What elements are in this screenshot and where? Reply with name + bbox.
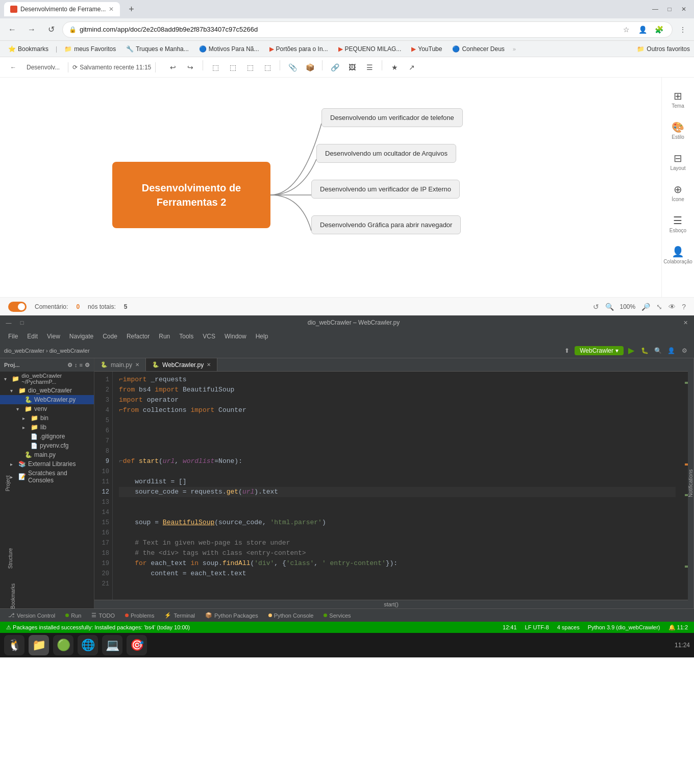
- structure-side-label[interactable]: Structure: [8, 548, 13, 569]
- bm-motivos[interactable]: 🔵 Motivos Para Nã...: [195, 44, 263, 54]
- bm-youtube[interactable]: ▶ YouTube: [407, 44, 446, 54]
- style-tool[interactable]: 🎨 Estilo: [670, 117, 686, 144]
- tab-webcrawler-py[interactable]: 🐍 WebCrawler.py ✕: [146, 358, 217, 371]
- menu-edit[interactable]: Edit: [23, 332, 42, 341]
- tab-main-py[interactable]: 🐍 main.py ✕: [94, 358, 146, 371]
- other-favorites[interactable]: 📁 Outros favoritos: [637, 45, 690, 53]
- mindmap-node-2[interactable]: Desenvolvendo um ocultador de Arquivos: [316, 144, 456, 163]
- zoom-out-icon[interactable]: 🔍: [605, 303, 614, 311]
- tree-gitignore[interactable]: 📄 .gitignore: [0, 432, 94, 441]
- zoom-in-icon[interactable]: 🔎: [641, 303, 650, 311]
- project-side-label[interactable]: Project: [5, 475, 11, 491]
- git-icon[interactable]: ⬆: [561, 345, 573, 356]
- back-button[interactable]: ←: [4, 21, 20, 38]
- notifications-panel[interactable]: Notifications: [688, 358, 694, 608]
- profile-icon-2[interactable]: 👤: [665, 345, 677, 356]
- extensions-icon[interactable]: 🧩: [652, 22, 666, 37]
- breadcrumb-back[interactable]: ←: [6, 62, 20, 73]
- ide-close[interactable]: ✕: [681, 318, 690, 327]
- taskbar-penguin[interactable]: 🐧: [4, 635, 24, 655]
- mindmap-center-node[interactable]: Desenvolvimento de Ferramentas 2: [112, 162, 270, 228]
- bm-truques[interactable]: 🔧 Truques e Manha...: [122, 44, 193, 54]
- menu-view[interactable]: View: [43, 332, 64, 341]
- search-icon[interactable]: 🔍: [652, 345, 663, 356]
- tab-terminal[interactable]: ⚡ Terminal: [160, 611, 199, 620]
- menu-vcs[interactable]: VCS: [199, 332, 219, 341]
- tab-run[interactable]: Run: [61, 611, 85, 620]
- forward-button[interactable]: →: [23, 21, 40, 38]
- mindmap-node-1[interactable]: Desenvolvendo um verificador de telefone: [321, 108, 463, 127]
- taskbar-pycharm[interactable]: 💻: [102, 635, 122, 655]
- ide-restore[interactable]: □: [17, 318, 27, 327]
- tab-services[interactable]: Services: [319, 611, 355, 620]
- proj-sort-icon[interactable]: ↕: [75, 362, 78, 368]
- menu-window[interactable]: Window: [220, 332, 251, 341]
- comment-toggle[interactable]: [8, 302, 27, 312]
- bm-portoes[interactable]: ▶ Portões para o In...: [265, 44, 332, 54]
- minimize-button[interactable]: —: [649, 5, 661, 13]
- list-tool[interactable]: ☰: [362, 60, 377, 75]
- star-tool[interactable]: ★: [387, 60, 402, 75]
- theme-tool[interactable]: ⊞ Tema: [670, 86, 686, 113]
- tab-python-packages[interactable]: 📦 Python Packages: [201, 611, 262, 620]
- tree-external[interactable]: ▸ 📚 External Libraries: [0, 459, 94, 469]
- tool-2[interactable]: ⬚: [226, 60, 240, 75]
- status-python[interactable]: Python 3.9 (dio_webCrawler): [588, 624, 660, 631]
- icon-tool[interactable]: ⊕ Ícone: [670, 179, 686, 206]
- bookmark-star-icon[interactable]: ☆: [619, 22, 633, 37]
- tool-1[interactable]: ⬚: [208, 60, 222, 75]
- eye-icon[interactable]: 👁: [668, 303, 676, 311]
- undo-button[interactable]: ↩: [166, 60, 180, 75]
- redo-button[interactable]: ↪: [183, 60, 197, 75]
- tool-4[interactable]: ⬚: [260, 60, 275, 75]
- bookmarks-side-label[interactable]: Bookmarks: [10, 583, 16, 608]
- menu-help[interactable]: Help: [252, 332, 272, 341]
- tab-close-button[interactable]: ✕: [109, 6, 114, 13]
- bm-pequeno[interactable]: ▶ PEQUENO MILAG...: [334, 44, 406, 54]
- fit-icon[interactable]: ⤡: [656, 303, 662, 311]
- breadcrumb-label[interactable]: Desenvolv...: [22, 62, 64, 73]
- collab-tool[interactable]: 👤 Colaboração: [661, 241, 694, 268]
- menu-file[interactable]: File: [4, 332, 22, 341]
- share-tool[interactable]: ↗: [405, 60, 419, 75]
- settings-icon[interactable]: ⚙: [679, 345, 690, 356]
- link-tool[interactable]: 🔗: [328, 60, 342, 75]
- ide-minimize[interactable]: —: [4, 318, 13, 327]
- debug-icon[interactable]: 🐛: [639, 345, 650, 356]
- proj-settings-icon[interactable]: ⚙: [67, 362, 72, 369]
- tree-root[interactable]: ▾ 📁 dio_webCrawler ~/PycharmP...: [0, 372, 94, 386]
- outline-tool[interactable]: ☰ Esboço: [667, 210, 688, 237]
- reload-button[interactable]: ↺: [43, 21, 59, 38]
- maximize-button[interactable]: □: [663, 5, 676, 13]
- bm-meus-favoritos[interactable]: 📁 meus Favoritos: [60, 44, 120, 54]
- tree-scratches[interactable]: ▸ 📝 Scratches and Consoles: [0, 469, 94, 485]
- proj-gear-icon[interactable]: ⚙: [85, 362, 90, 369]
- bm-conhecer[interactable]: 🔵 Conhecer Deus: [448, 44, 508, 54]
- menu-navigate[interactable]: Navigate: [65, 332, 97, 341]
- taskbar-browser[interactable]: 🌐: [78, 635, 98, 655]
- tree-pyvenv[interactable]: 📄 pyvenv.cfg: [0, 441, 94, 450]
- box-tool[interactable]: 📦: [303, 60, 317, 75]
- help-icon[interactable]: ?: [682, 303, 686, 311]
- code-editor[interactable]: 1 2 3 4 5 6 7 8 9 10 11 12 13 14 15 16 1: [94, 372, 688, 600]
- layout-tool[interactable]: ⊟ Layout: [668, 148, 687, 175]
- profile-icon[interactable]: 👤: [635, 22, 650, 37]
- menu-icon[interactable]: ⋮: [676, 22, 690, 37]
- mindmap-node-4[interactable]: Desenvolvendo Gráfica para abrir navegad…: [311, 215, 461, 234]
- taskbar-files[interactable]: 📁: [29, 635, 49, 655]
- bookmarks-more[interactable]: »: [513, 46, 516, 52]
- tree-lib[interactable]: ▸ 📁 lib: [0, 423, 94, 432]
- tab-todo[interactable]: ☰ TODO: [87, 611, 119, 620]
- menu-refactor[interactable]: Refactor: [122, 332, 154, 341]
- taskbar-green[interactable]: 🟢: [53, 635, 73, 655]
- bookmarks-label[interactable]: ⭐ Bookmarks: [4, 44, 53, 54]
- close-button[interactable]: ✕: [678, 5, 690, 13]
- mindmap-node-3[interactable]: Desenvolvendo um verificador de IP Exter…: [311, 180, 460, 199]
- tab-version-control[interactable]: ⎇ Version Control: [4, 611, 59, 620]
- tab-close-main[interactable]: ✕: [135, 362, 139, 368]
- tree-venv[interactable]: ▾ 📁 venv: [0, 404, 94, 413]
- tab-close-webcrawler[interactable]: ✕: [207, 362, 211, 368]
- tool-3[interactable]: ⬚: [243, 60, 257, 75]
- address-box[interactable]: 🔒 gitmind.com/app/doc/2e2c08add9b9e2f87b…: [62, 21, 673, 38]
- tree-main-py[interactable]: 🐍 main.py: [0, 450, 94, 459]
